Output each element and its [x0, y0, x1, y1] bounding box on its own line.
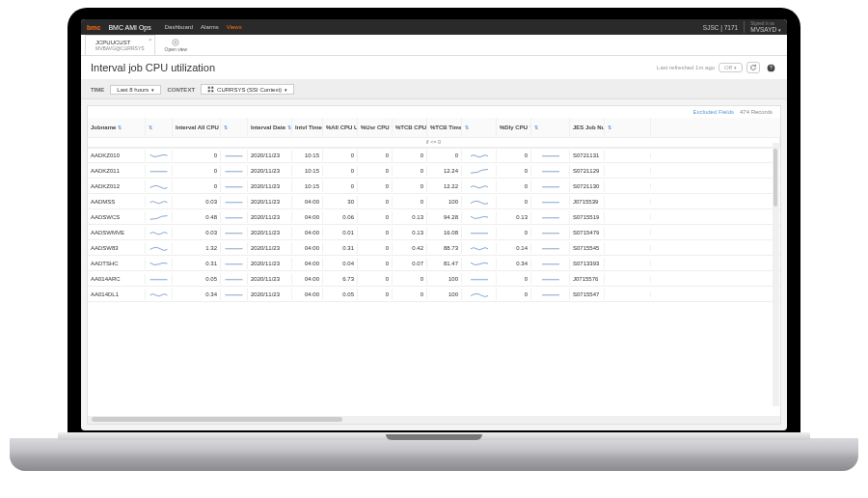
cell-tcbt: 88.73 [427, 242, 462, 254]
cell-tcbt: 81.47 [427, 258, 462, 269]
cell-spark [146, 289, 173, 300]
cell-jes: S0715479 [570, 227, 605, 238]
cell-tcbt: 0 [427, 150, 462, 161]
table-row[interactable]: AADMSS0.032020/11/2304:0030001000J071553… [88, 194, 780, 209]
horizontal-scrollbar[interactable] [88, 416, 780, 424]
laptop-base [10, 438, 858, 471]
col-jobname[interactable]: Jobname⇅ [88, 118, 146, 137]
vertical-scrollbar[interactable] [773, 143, 779, 406]
svg-rect-5 [208, 90, 210, 92]
col-allcpusec[interactable]: Interval All CPU Sec 0 _______ 60 [173, 118, 221, 137]
table-row[interactable]: AA014ARC0.052020/11/2304:006.73001000J07… [88, 271, 780, 287]
cell-spark [531, 227, 570, 238]
chevron-down-icon: ▾ [734, 65, 737, 70]
cell-spark [221, 289, 248, 300]
cell-time: 10:15 [292, 150, 323, 161]
table-row[interactable]: AADSW831.322020/11/2304:000.3100.4288.73… [88, 240, 780, 256]
cell-date: 2020/11/23 [248, 227, 292, 238]
cell-spark [462, 289, 497, 300]
cell-date: 2020/11/23 [248, 242, 292, 254]
cell-end [605, 168, 651, 174]
sort-icon: ⇅ [465, 124, 469, 130]
cell-spark [146, 196, 173, 208]
cell-spark [462, 258, 497, 269]
col-spark1[interactable]: ⇅ [146, 118, 173, 137]
cell-usr: 0 [358, 242, 393, 254]
cell-date: 2020/11/23 [248, 196, 292, 208]
auto-refresh-toggle[interactable]: Off▾ [719, 63, 743, 72]
cell-end [605, 183, 651, 189]
col-tcbtime[interactable]: %TCB Time⇅ [427, 118, 462, 137]
nav-alarms[interactable]: Alarms [201, 24, 219, 30]
table-row[interactable]: AA014DL10.342020/11/2304:000.05001000S07… [88, 287, 780, 302]
col-allcpu[interactable]: %All CPU U⇅ [323, 118, 358, 137]
page-title: Interval job CPU utilization [91, 62, 215, 73]
table-row[interactable]: AADKZ01002020/11/2310:1500000S0721131 [88, 148, 780, 163]
cell-spark [531, 258, 570, 269]
close-icon[interactable]: × [149, 37, 152, 42]
cell-tcb: 0 [393, 180, 427, 192]
cell-date: 2020/11/23 [248, 258, 292, 269]
table-row[interactable]: AADTSHC0.312020/11/2304:000.0400.0781.47… [88, 256, 780, 271]
cell-allsec: 1.32 [173, 242, 221, 254]
cell-tcb: 0.13 [393, 227, 427, 238]
cell-tcb: 0.42 [393, 242, 427, 254]
cell-usr: 0 [358, 165, 393, 177]
cell-end [605, 276, 651, 282]
context-select[interactable]: CURRSYS (SSI Context)▾ [201, 84, 294, 95]
refresh-button[interactable] [746, 62, 760, 73]
cell-spark [531, 150, 570, 161]
cell-usr: 0 [358, 180, 393, 192]
cell-tcb: 0 [393, 289, 427, 300]
cell-end [605, 199, 651, 205]
col-tcbcpu[interactable]: %TCB CPU⇅ [393, 118, 427, 137]
cell-spark [146, 273, 173, 285]
nav-views[interactable]: Views [227, 24, 242, 30]
cell-dly: 0 [497, 165, 531, 177]
col-time[interactable]: Intvl Time⇅ [292, 118, 323, 137]
cell-all: 6.73 [323, 273, 358, 285]
col-spark2[interactable]: ⇅ [221, 118, 248, 137]
cell-dly: 0.34 [497, 258, 531, 269]
cell-end [605, 214, 651, 220]
table-row[interactable]: AADSWCS0.482020/11/2304:000.0600.1394.28… [88, 209, 780, 225]
col-usrcpu[interactable]: %Usr CPU⇅ [358, 118, 393, 137]
title-row: Interval job CPU utilization Last refres… [81, 56, 787, 80]
table-row[interactable]: AADKZ01202020/11/2310:1500012.220S072113… [88, 179, 780, 194]
view-tab[interactable]: JCPUUCUST MVBAVG@CURRSYS × [85, 35, 155, 55]
cell-jes: J0715576 [570, 273, 605, 285]
col-jes[interactable]: JES Job Number⇅ [570, 118, 605, 137]
svg-rect-3 [208, 87, 210, 89]
help-button[interactable]: ? [764, 62, 777, 73]
table-header: Jobname⇅ ⇅ Interval All CPU Sec 0 ______… [88, 118, 780, 138]
open-view-button[interactable]: Open view [159, 39, 194, 52]
cell-spark [462, 242, 497, 254]
cell-spark [146, 180, 173, 192]
table-row[interactable]: AADSWMVE0.032020/11/2304:000.0100.1316.0… [88, 225, 780, 240]
cell-spark [462, 165, 497, 177]
cell-jes: S0715545 [570, 242, 605, 254]
col-spark3[interactable]: ⇅ [462, 118, 497, 137]
time-select[interactable]: Last 8 hours▾ [110, 85, 161, 95]
cell-dly: 0 [497, 227, 531, 238]
cell-tcb: 0 [393, 165, 427, 177]
cell-jes: S0713393 [570, 258, 605, 269]
table-row[interactable]: AADKZ01102020/11/2310:1500012.240S072112… [88, 163, 780, 179]
cell-usr: 0 [358, 289, 393, 300]
user-menu[interactable]: Signed in as MVSAYD ▾ [744, 21, 781, 33]
cell-dly: 0 [497, 180, 531, 192]
cell-all: 0.01 [323, 227, 358, 238]
cell-spark [462, 180, 497, 192]
col-dlycpu[interactable]: %Dly CPU⇅ [497, 118, 531, 137]
col-spark4[interactable]: ⇅ [531, 118, 570, 137]
product-name: BMC AMI Ops [108, 24, 150, 31]
cell-all: 0.06 [323, 211, 358, 223]
nav-dashboard[interactable]: Dashboard [165, 24, 193, 30]
grid-icon [207, 86, 214, 93]
col-end[interactable]: ⇅ [605, 118, 651, 137]
cell-allsec: 0 [173, 180, 221, 192]
cell-spark [221, 180, 248, 192]
col-date[interactable]: Interval Date⇅ [248, 118, 292, 137]
excluded-fields-link[interactable]: Excluded Fields [693, 109, 734, 115]
cell-spark [531, 196, 570, 208]
